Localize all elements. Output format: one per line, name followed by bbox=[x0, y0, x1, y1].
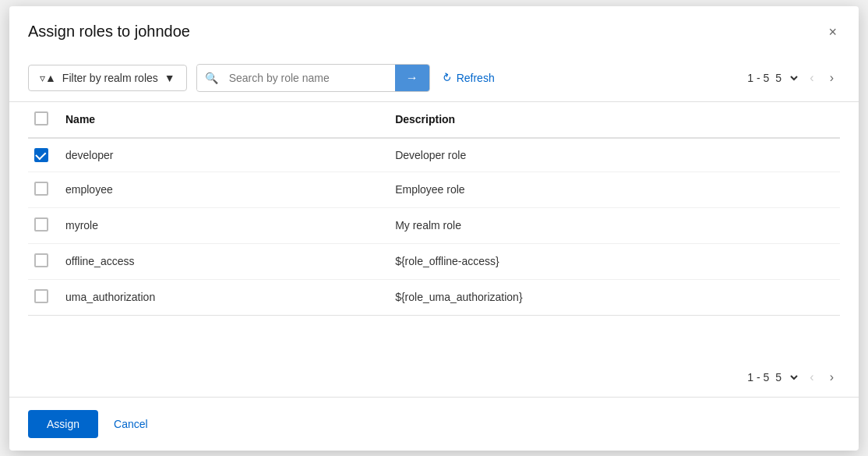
modal-dialog: Assign roles to johndoe × ▿▲ Filter by r… bbox=[9, 6, 859, 451]
modal-header: Assign roles to johndoe × bbox=[9, 6, 859, 55]
toolbar: ▿▲ Filter by realm roles ▼ 🔍 → ↻ Refresh… bbox=[9, 55, 859, 102]
table-row: developerDeveloper role bbox=[28, 138, 840, 172]
arrow-right-icon: → bbox=[406, 71, 418, 85]
table-row: uma_authorization${role_uma_authorizatio… bbox=[28, 279, 840, 315]
row-checkbox-developer[interactable] bbox=[34, 148, 48, 162]
row-checkbox-uma_authorization[interactable] bbox=[34, 289, 48, 303]
table-row: offline_access${role_offline-access} bbox=[28, 243, 840, 279]
search-wrapper: 🔍 → bbox=[196, 64, 430, 92]
row-description-employee: Employee role bbox=[389, 171, 840, 207]
row-checkbox-offline_access[interactable] bbox=[34, 253, 48, 267]
row-description-offline_access: ${role_offline-access} bbox=[389, 243, 840, 279]
row-description-uma_authorization: ${role_uma_authorization} bbox=[389, 279, 840, 315]
filter-realm-roles-button[interactable]: ▿▲ Filter by realm roles ▼ bbox=[28, 65, 187, 91]
prev-page-bottom-button[interactable]: ‹ bbox=[803, 367, 820, 387]
table-row: employeeEmployee role bbox=[28, 171, 840, 207]
roles-table: Name Description developerDeveloper role… bbox=[28, 102, 840, 316]
cancel-button[interactable]: Cancel bbox=[111, 410, 151, 438]
row-checkbox-employee[interactable] bbox=[34, 182, 48, 196]
page-size-select-top[interactable]: 5 10 20 bbox=[772, 71, 800, 85]
col-header-description: Description bbox=[389, 102, 840, 138]
page-range-text: 1 - 5 bbox=[747, 72, 769, 84]
page-range-top: 1 - 5 5 10 20 bbox=[747, 71, 800, 85]
next-page-top-button[interactable]: › bbox=[824, 68, 840, 88]
prev-page-top-button[interactable]: ‹ bbox=[803, 68, 820, 88]
refresh-label: Refresh bbox=[457, 72, 495, 84]
page-size-select-bottom[interactable]: 5 10 20 bbox=[772, 370, 800, 384]
refresh-icon: ↻ bbox=[439, 70, 453, 86]
search-input[interactable] bbox=[226, 65, 395, 90]
modal-footer: Assign Cancel bbox=[9, 397, 859, 451]
pagination-bottom: 1 - 5 5 10 20 ‹ › bbox=[9, 358, 859, 397]
refresh-button[interactable]: ↻ Refresh bbox=[439, 65, 498, 90]
funnel-icon: ▿▲ bbox=[40, 72, 56, 84]
row-name-employee: employee bbox=[59, 171, 389, 207]
page-range-bottom: 1 - 5 5 10 20 bbox=[747, 370, 800, 384]
row-name-myrole: myrole bbox=[59, 207, 389, 243]
row-description-myrole: My realm role bbox=[389, 207, 840, 243]
row-checkbox-myrole[interactable] bbox=[34, 217, 48, 232]
filter-label: Filter by realm roles bbox=[62, 72, 158, 84]
pagination-top: 1 - 5 5 10 20 ‹ › bbox=[747, 68, 840, 88]
search-go-button[interactable]: → bbox=[395, 65, 429, 91]
row-name-uma_authorization: uma_authorization bbox=[59, 279, 389, 315]
row-name-offline_access: offline_access bbox=[59, 243, 389, 279]
page-range-bottom-text: 1 - 5 bbox=[747, 371, 769, 384]
row-name-developer: developer bbox=[59, 138, 389, 172]
chevron-down-icon: ▼ bbox=[164, 72, 175, 84]
close-button[interactable]: × bbox=[825, 22, 840, 42]
assign-button[interactable]: Assign bbox=[28, 410, 98, 438]
search-icon: 🔍 bbox=[197, 65, 226, 90]
next-page-bottom-button[interactable]: › bbox=[824, 367, 840, 387]
modal-title: Assign roles to johndoe bbox=[28, 23, 190, 41]
roles-table-container: Name Description developerDeveloper role… bbox=[9, 102, 859, 358]
col-header-name: Name bbox=[59, 102, 389, 138]
select-all-checkbox[interactable] bbox=[34, 111, 48, 125]
select-all-header bbox=[28, 102, 59, 138]
table-row: myroleMy realm role bbox=[28, 207, 840, 243]
row-description-developer: Developer role bbox=[389, 138, 840, 172]
